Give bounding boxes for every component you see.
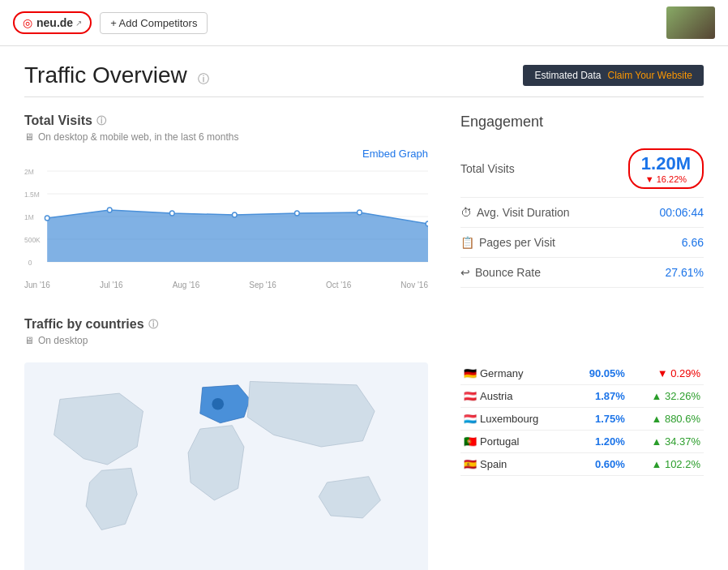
bounce-icon: ↩: [460, 266, 470, 279]
header: ◎ neu.de ↗ + Add Competitors: [0, 0, 728, 46]
country-flag: 🇦🇹Austria: [460, 385, 571, 408]
svg-point-16: [358, 210, 362, 215]
page-title: Traffic Overview ⓘ: [24, 62, 209, 88]
svg-point-18: [212, 398, 224, 410]
total-visits-big-value: 1.20M: [641, 153, 691, 174]
total-visits-change: ▼ 16.22%: [641, 174, 691, 184]
total-visits-subtitle: 🖥 On desktop & mobile web, in the last 6…: [24, 131, 428, 143]
svg-text:0: 0: [28, 259, 32, 267]
country-change: ▲ 880.6%: [628, 408, 704, 431]
country-flag: 🇵🇹Portugal: [460, 431, 571, 453]
site-name: neu.de: [36, 16, 73, 29]
countries-table: 🇩🇪Germany 90.05% ▼ 0.29% 🇦🇹Austria 1.87%…: [460, 362, 704, 476]
right-column: Engagement Total Visits 1.20M ▼ 16.22% ⏱…: [460, 114, 704, 293]
avg-duration-value: 00:06:44: [660, 206, 704, 219]
estimated-data-box: Estimated Data Claim Your Website: [523, 65, 704, 86]
page-title-info-icon[interactable]: ⓘ: [198, 72, 209, 85]
country-row: 🇱🇺Luxembourg 1.75% ▲ 880.6%: [460, 408, 704, 431]
svg-text:500K: 500K: [24, 236, 41, 244]
countries-heading: Traffic by countries ⓘ: [24, 317, 704, 332]
avg-duration-label: ⏱ Avg. Visit Duration: [460, 206, 570, 219]
country-flag: 🇪🇸Spain: [460, 453, 571, 476]
country-pct: 90.05%: [571, 362, 628, 385]
country-change: ▲ 32.26%: [628, 385, 704, 408]
countries-info-icon[interactable]: ⓘ: [148, 318, 158, 332]
countries-table-area: 🇩🇪Germany 90.05% ▼ 0.29% 🇦🇹Austria 1.87%…: [460, 362, 704, 570]
country-row: 🇪🇸Spain 0.60% ▲ 102.2%: [460, 453, 704, 476]
visits-chart: 2M 1.5M 1M 500K 0: [24, 163, 428, 276]
countries-subtitle: 🖥 On desktop: [24, 335, 704, 346]
world-map: [24, 362, 428, 570]
pages-icon: 📋: [460, 236, 474, 249]
country-change: ▲ 34.37%: [628, 431, 704, 453]
bounce-rate-row: ↩ Bounce Rate 27.61%: [460, 258, 704, 288]
globe-icon: ◎: [23, 16, 32, 29]
map-area: [24, 362, 428, 570]
total-visits-value-box: 1.20M ▼ 16.22%: [628, 148, 704, 189]
svg-text:1M: 1M: [24, 213, 34, 221]
page-title-row: Traffic Overview ⓘ Estimated Data Claim …: [24, 62, 704, 88]
engagement-total-visits-row: Total Visits 1.20M ▼ 16.22%: [460, 140, 704, 198]
user-avatar[interactable]: [666, 6, 715, 39]
country-row: 🇵🇹Portugal 1.20% ▲ 34.37%: [460, 431, 704, 453]
left-column: Total Visits ⓘ 🖥 On desktop & mobile web…: [24, 114, 428, 293]
chart-container: 2M 1.5M 1M 500K 0: [24, 163, 428, 293]
country-pct: 1.20%: [571, 431, 628, 453]
svg-text:1.5M: 1.5M: [24, 191, 40, 199]
chart-x-labels: Jun '16 Jul '16 Aug '16 Sep '16 Oct '16 …: [24, 281, 428, 289]
traffic-by-countries-section: Traffic by countries ⓘ 🖥 On desktop: [24, 317, 704, 570]
svg-point-12: [107, 208, 112, 212]
svg-point-14: [233, 212, 238, 217]
desktop-icon2: 🖥: [24, 335, 34, 346]
country-pct: 0.60%: [571, 453, 628, 476]
external-link-icon: ↗: [75, 19, 82, 28]
title-divider: [24, 96, 704, 97]
total-visits-info-icon[interactable]: ⓘ: [96, 114, 106, 128]
bounce-rate-label: ↩ Bounce Rate: [460, 266, 541, 279]
site-pill[interactable]: ◎ neu.de ↗: [13, 11, 92, 34]
main-content: Traffic Overview ⓘ Estimated Data Claim …: [0, 46, 728, 570]
two-col-layout: Total Visits ⓘ 🖥 On desktop & mobile web…: [24, 114, 704, 293]
embed-graph-link[interactable]: Embed Graph: [24, 148, 428, 160]
country-change: ▼ 0.29%: [628, 362, 704, 385]
country-pct: 1.87%: [571, 385, 628, 408]
country-row: 🇩🇪Germany 90.05% ▼ 0.29%: [460, 362, 704, 385]
engagement-total-visits-label: Total Visits: [460, 162, 515, 175]
pages-per-visit-row: 📋 Pages per Visit 6.66: [460, 228, 704, 258]
estimated-data-label: Estimated Data: [534, 70, 601, 81]
country-pct: 1.75%: [571, 408, 628, 431]
engagement-title: Engagement: [460, 114, 704, 131]
country-flag: 🇱🇺Luxembourg: [460, 408, 571, 431]
country-change: ▲ 102.2%: [628, 453, 704, 476]
clock-icon: ⏱: [460, 206, 472, 219]
svg-point-15: [295, 211, 300, 216]
svg-point-11: [45, 216, 49, 221]
claim-website-link[interactable]: Claim Your Website: [608, 70, 693, 81]
svg-text:2M: 2M: [24, 168, 34, 176]
country-row: 🇦🇹Austria 1.87% ▲ 32.26%: [460, 385, 704, 408]
svg-point-17: [426, 221, 428, 226]
svg-point-13: [169, 211, 174, 216]
total-visits-heading: Total Visits ⓘ: [24, 114, 428, 128]
pages-per-visit-value: 6.66: [682, 236, 704, 249]
country-flag: 🇩🇪Germany: [460, 362, 571, 385]
desktop-icon: 🖥: [24, 131, 34, 143]
add-competitors-button[interactable]: + Add Competitors: [100, 12, 208, 34]
bounce-rate-value: 27.61%: [666, 266, 704, 279]
bottom-row: 🇩🇪Germany 90.05% ▼ 0.29% 🇦🇹Austria 1.87%…: [24, 362, 704, 570]
svg-marker-10: [47, 210, 428, 262]
avg-duration-row: ⏱ Avg. Visit Duration 00:06:44: [460, 198, 704, 228]
pages-per-visit-label: 📋 Pages per Visit: [460, 236, 555, 249]
